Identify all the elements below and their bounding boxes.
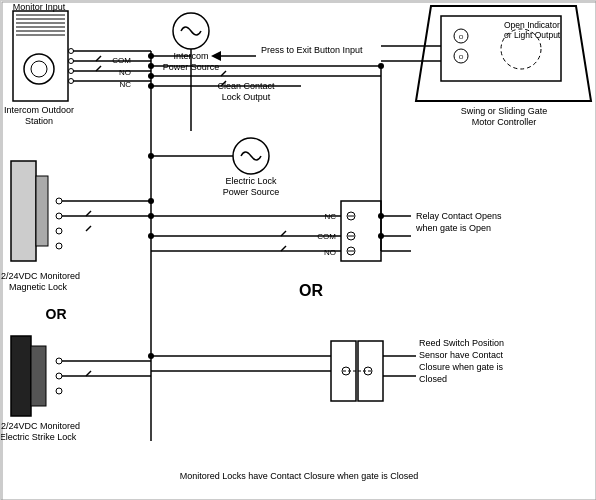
svg-text:Press to Exit Button Input: Press to Exit Button Input	[261, 45, 363, 55]
svg-point-79	[148, 233, 154, 239]
svg-text:Monitored Locks have Contact C: Monitored Locks have Contact Closure whe…	[180, 471, 419, 481]
svg-point-121	[148, 63, 154, 69]
svg-point-23	[148, 53, 154, 59]
svg-rect-110	[11, 336, 31, 416]
svg-text:Electric Strike Lock: Electric Strike Lock	[1, 432, 77, 442]
svg-text:Reed Switch Position: Reed Switch Position	[419, 338, 504, 348]
svg-point-96	[148, 353, 154, 359]
svg-text:when gate is Open: when gate is Open	[415, 223, 491, 233]
svg-point-129	[378, 213, 384, 219]
svg-text:Sensor have Contact: Sensor have Contact	[419, 350, 504, 360]
svg-point-59	[148, 153, 154, 159]
svg-text:NC: NC	[119, 80, 131, 89]
svg-text:Magnetic Lock: Magnetic Lock	[9, 282, 68, 292]
svg-point-122	[148, 73, 154, 79]
svg-text:Power Source: Power Source	[223, 187, 280, 197]
svg-text:O: O	[459, 54, 464, 60]
svg-text:Open Indicator: Open Indicator	[504, 20, 560, 30]
svg-text:COM: COM	[112, 56, 131, 65]
svg-text:12/24VDC Monitored: 12/24VDC Monitored	[1, 421, 80, 431]
svg-text:12/24VDC Monitored: 12/24VDC Monitored	[1, 271, 80, 281]
svg-text:Motor Controller: Motor Controller	[472, 117, 537, 127]
svg-point-128	[378, 63, 384, 69]
svg-text:Intercom Outdoor: Intercom Outdoor	[4, 105, 74, 115]
svg-point-124	[148, 198, 154, 204]
svg-text:O: O	[459, 34, 464, 40]
svg-text:OR: OR	[299, 282, 323, 299]
svg-text:OR: OR	[46, 306, 67, 322]
svg-rect-98	[36, 176, 48, 246]
svg-text:Closure when gate is: Closure when gate is	[419, 362, 504, 372]
svg-rect-111	[31, 346, 46, 406]
svg-text:Electric Lock: Electric Lock	[225, 176, 277, 186]
svg-text:Swing or Sliding Gate: Swing or Sliding Gate	[461, 106, 548, 116]
svg-point-130	[378, 233, 384, 239]
svg-text:Closed: Closed	[419, 374, 447, 384]
svg-text:Relay Contact Opens: Relay Contact Opens	[416, 211, 502, 221]
wiring-diagram: Monitor Input Intercom Outdoor Station I…	[0, 0, 596, 500]
svg-text:Station: Station	[25, 116, 53, 126]
svg-text:or Light Output: or Light Output	[504, 30, 561, 40]
svg-text:Lock Output: Lock Output	[222, 92, 271, 102]
svg-point-123	[148, 83, 154, 89]
svg-text:NO: NO	[119, 68, 131, 77]
svg-rect-97	[11, 161, 36, 261]
svg-text:NO: NO	[324, 248, 336, 257]
svg-text:Monitor Input: Monitor Input	[13, 2, 66, 12]
